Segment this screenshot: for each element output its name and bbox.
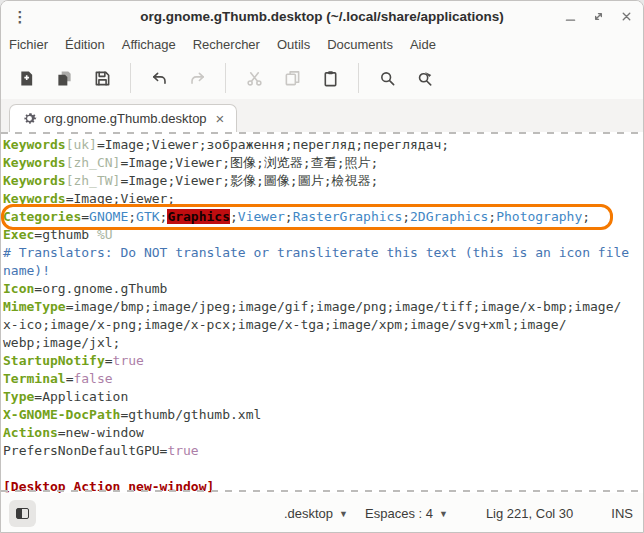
close-button[interactable] xyxy=(617,7,635,25)
bottom-dashed-divider xyxy=(1,490,643,492)
code-line[interactable]: x-ico;image/x-png;image/x-pcx;image/x-tg… xyxy=(3,316,643,334)
code-segment: =Image;Viewer;зображення;перегляд;перегл… xyxy=(97,137,449,152)
chevron-down-icon: ▼ xyxy=(439,509,448,519)
menu-item-documents[interactable]: Documents xyxy=(327,37,393,52)
code-lines: Keywords[uk]=Image;Viewer;зображення;пер… xyxy=(1,132,643,493)
restore-button[interactable] xyxy=(589,7,607,25)
search-icon xyxy=(379,70,396,87)
menu-item-fichier[interactable]: Fichier xyxy=(9,37,48,52)
code-line[interactable]: Keywords[zh_CN]=Image;Viewer;图像;浏览器;查看;照… xyxy=(3,154,643,172)
code-segment: MimeType xyxy=(3,299,66,314)
code-segment: true xyxy=(113,353,144,368)
code-line[interactable]: PrefersNonDefaultGPU=true xyxy=(3,442,643,460)
status-right: .desktop ▼ Espaces : 4 ▼ Lig 221, Col 30… xyxy=(284,506,633,521)
code-segment: = xyxy=(105,353,113,368)
minimize-button[interactable] xyxy=(561,7,579,25)
tab-close-button[interactable]: × xyxy=(214,111,227,126)
side-panel-icon xyxy=(16,508,29,519)
code-segment: Icon xyxy=(3,281,34,296)
code-segment: =gthumb xyxy=(34,227,97,242)
side-panel-toggle-button[interactable] xyxy=(9,500,36,527)
menu-item-aide[interactable]: Aide xyxy=(410,37,436,52)
menu-bar: FichierÉditionAffichageRechercherOutilsD… xyxy=(1,31,643,57)
language-label: .desktop xyxy=(284,506,333,521)
code-line[interactable]: Keywords[zh_TW]=Image;Viewer;影像;圖像;圖片;檢視… xyxy=(3,172,643,190)
code-segment: =Image;Viewer;图像;浏览器;查看;照片; xyxy=(120,155,378,170)
code-segment: =org.gnome.gThumb xyxy=(34,281,167,296)
toolbar xyxy=(1,57,643,99)
code-segment: = xyxy=(81,209,89,224)
paste-icon xyxy=(322,70,339,87)
code-line[interactable]: Type=Application xyxy=(3,388,643,406)
code-line[interactable]: name)! xyxy=(3,262,643,280)
toolbar-separator xyxy=(225,63,226,93)
code-segment: =new-window xyxy=(58,425,144,440)
new-document-icon xyxy=(18,70,35,87)
code-line[interactable]: MimeType=image/bmp;image/jpeg;image/gif;… xyxy=(3,298,643,316)
code-segment: =gthumb/gthumb.xml xyxy=(120,407,261,422)
code-line[interactable]: webp;image/jxl; xyxy=(3,334,643,352)
toolbar-separator xyxy=(130,63,131,93)
code-segment: Keywords xyxy=(3,155,66,170)
code-line[interactable]: Categories=GNOME;GTK;Graphics;Viewer;Ras… xyxy=(3,208,643,226)
code-segment: X-GNOME-DocPath xyxy=(3,407,120,422)
code-segment: =image/bmp;image/jpeg;image/gif;image/pn… xyxy=(66,299,622,314)
code-segment: GNOME xyxy=(89,209,128,224)
menu-item-affichage[interactable]: Affichage xyxy=(122,37,176,52)
code-segment: 2DGraphics xyxy=(410,209,488,224)
search-replace-icon xyxy=(417,70,434,87)
code-segment: ; xyxy=(128,209,136,224)
indent-selector[interactable]: Espaces : 4 ▼ xyxy=(365,506,448,521)
code-line[interactable]: # Translators: Do NOT translate or trans… xyxy=(3,244,643,262)
search-replace-button[interactable] xyxy=(408,62,442,94)
redo-button xyxy=(180,62,214,94)
code-line[interactable]: Exec=gthumb %U xyxy=(3,226,643,244)
save-button[interactable] xyxy=(85,62,119,94)
menu-item-outils[interactable]: Outils xyxy=(277,37,310,52)
tab-org-gnome-gthumb-desktop[interactable]: org.gnome.gThumb.desktop × xyxy=(9,104,237,132)
paste-button[interactable] xyxy=(313,62,347,94)
code-segment: [uk] xyxy=(66,137,97,152)
code-segment: Categories xyxy=(3,209,81,224)
code-line[interactable]: Terminal=false xyxy=(3,370,643,388)
copy-icon xyxy=(284,70,301,87)
code-segment: Keywords xyxy=(3,191,66,206)
code-line[interactable]: X-GNOME-DocPath=gthumb/gthumb.xml xyxy=(3,406,643,424)
code-line[interactable]: Icon=org.gnome.gThumb xyxy=(3,280,643,298)
language-selector[interactable]: .desktop ▼ xyxy=(284,506,348,521)
search-match-highlight: Graphics xyxy=(167,209,230,224)
toolbar-separator xyxy=(358,63,359,93)
drag-handle-icon: ⋮ xyxy=(9,9,31,24)
code-segment: [zh_CN] xyxy=(66,155,121,170)
tab-strip: org.gnome.gThumb.desktop × xyxy=(1,99,643,132)
code-segment: false xyxy=(73,371,112,386)
status-bar: .desktop ▼ Espaces : 4 ▼ Lig 221, Col 30… xyxy=(1,493,643,533)
undo-button[interactable] xyxy=(142,62,176,94)
code-segment: x-ico;image/x-png;image/x-pcx;image/x-tg… xyxy=(3,317,567,332)
text-editor-area[interactable]: Keywords[uk]=Image;Viewer;зображення;пер… xyxy=(1,132,643,493)
code-line[interactable]: Actions=new-window xyxy=(3,424,643,442)
code-segment: ; xyxy=(230,209,238,224)
menu-item-edition[interactable]: Édition xyxy=(65,37,105,52)
code-segment: %U xyxy=(97,227,113,242)
code-segment: Photography xyxy=(496,209,582,224)
search-button[interactable] xyxy=(370,62,404,94)
menu-item-rechercher[interactable]: Rechercher xyxy=(193,37,260,52)
redo-icon xyxy=(189,70,206,87)
code-segment: ; xyxy=(285,209,293,224)
code-line[interactable]: Keywords=Image;Viewer; xyxy=(3,190,643,208)
new-document-button[interactable] xyxy=(9,62,43,94)
code-segment: Actions xyxy=(3,425,58,440)
gedit-window: ⋮ org.gnome.gThumb.desktop (~/.local/sha… xyxy=(0,0,644,533)
code-segment: Viewer xyxy=(238,209,285,224)
open-document-button[interactable] xyxy=(47,62,81,94)
indent-label: Espaces : 4 xyxy=(365,506,433,521)
code-segment: =Image;Viewer;影像;圖像;圖片;檢視器; xyxy=(120,173,378,188)
code-line[interactable]: Keywords[uk]=Image;Viewer;зображення;пер… xyxy=(3,136,643,154)
code-segment: RasterGraphics xyxy=(293,209,403,224)
input-mode-indicator[interactable]: INS xyxy=(611,506,633,521)
code-segment: PrefersNonDefaultGPU= xyxy=(3,443,167,458)
code-segment: ; xyxy=(402,209,410,224)
code-line[interactable]: StartupNotify=true xyxy=(3,352,643,370)
code-line[interactable] xyxy=(3,460,643,478)
